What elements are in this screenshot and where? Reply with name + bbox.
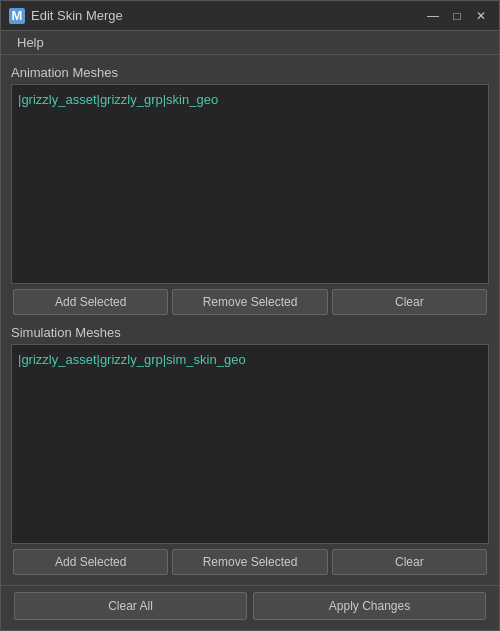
simulation-clear-button[interactable]: Clear (332, 549, 487, 575)
menu-item-help[interactable]: Help (9, 33, 52, 52)
window-controls: — □ ✕ (423, 6, 491, 26)
simulation-meshes-buttons: Add Selected Remove Selected Clear (11, 549, 489, 575)
simulation-meshes-list[interactable]: |grizzly_asset|grizzly_grp|sim_skin_geo (11, 344, 489, 544)
simulation-meshes-section: Simulation Meshes |grizzly_asset|grizzly… (11, 325, 489, 575)
animation-remove-selected-button[interactable]: Remove Selected (172, 289, 327, 315)
animation-clear-button[interactable]: Clear (332, 289, 487, 315)
simulation-remove-selected-button[interactable]: Remove Selected (172, 549, 327, 575)
close-button[interactable]: ✕ (471, 6, 491, 26)
simulation-meshes-label: Simulation Meshes (11, 325, 489, 340)
apply-changes-button[interactable]: Apply Changes (253, 592, 486, 620)
animation-meshes-buttons: Add Selected Remove Selected Clear (11, 289, 489, 315)
maximize-button[interactable]: □ (447, 6, 467, 26)
minimize-button[interactable]: — (423, 6, 443, 26)
simulation-mesh-item: |grizzly_asset|grizzly_grp|sim_skin_geo (18, 351, 482, 368)
app-icon: M (9, 8, 25, 24)
window-title: Edit Skin Merge (31, 8, 423, 23)
animation-add-selected-button[interactable]: Add Selected (13, 289, 168, 315)
main-window: M Edit Skin Merge — □ ✕ Help Animation M… (0, 0, 500, 631)
title-bar: M Edit Skin Merge — □ ✕ (1, 1, 499, 31)
animation-meshes-label: Animation Meshes (11, 65, 489, 80)
animation-meshes-section: Animation Meshes |grizzly_asset|grizzly_… (11, 65, 489, 315)
clear-all-button[interactable]: Clear All (14, 592, 247, 620)
animation-mesh-item: |grizzly_asset|grizzly_grp|skin_geo (18, 91, 482, 108)
simulation-add-selected-button[interactable]: Add Selected (13, 549, 168, 575)
footer-buttons: Clear All Apply Changes (1, 585, 499, 630)
menu-bar: Help (1, 31, 499, 55)
animation-meshes-list[interactable]: |grizzly_asset|grizzly_grp|skin_geo (11, 84, 489, 284)
content-area: Animation Meshes |grizzly_asset|grizzly_… (1, 55, 499, 585)
